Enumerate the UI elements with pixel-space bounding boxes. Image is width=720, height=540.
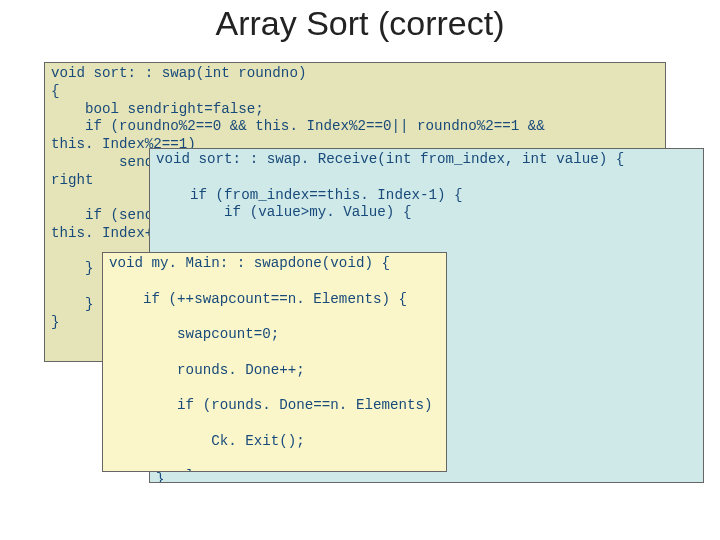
code-block-swapdone: void my. Main: : swapdone(void) { if (++…	[102, 252, 447, 472]
slide-title: Array Sort (correct)	[0, 4, 720, 43]
slide: Array Sort (correct) void sort: : swap(i…	[0, 0, 720, 540]
